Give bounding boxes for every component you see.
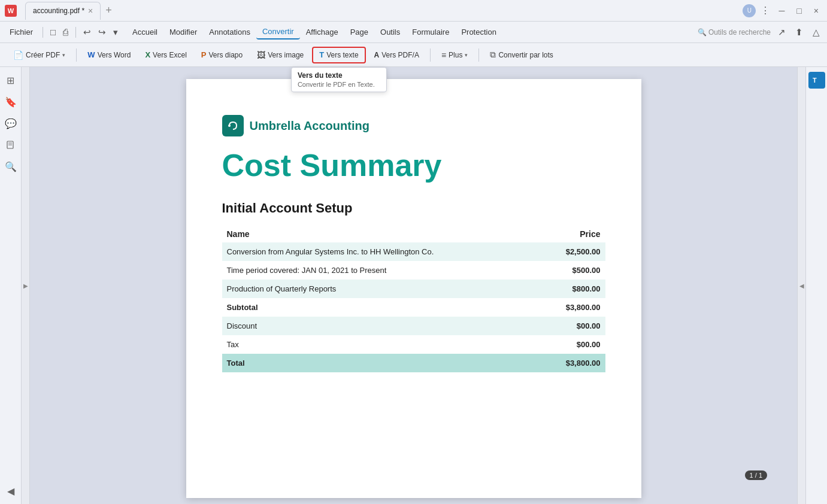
discount-value: $00.00 (540, 317, 605, 335)
translate-icon[interactable]: T (808, 72, 825, 89)
svg-text:T: T (813, 77, 817, 84)
vers-texte-button[interactable]: T Vers texte (312, 47, 365, 63)
tax-label: Tax (222, 335, 541, 354)
menu-item-outils[interactable]: Outils (374, 25, 406, 39)
row-2-price: $500.00 (540, 261, 605, 280)
creer-pdf-button[interactable]: 📄 Créer PDF ▾ (7, 47, 71, 63)
menu-left: Fichier □ ⎙ ↩ ↪ ▾ (5, 25, 120, 39)
vers-pdfa-button[interactable]: A Vers PDF/A (368, 47, 425, 63)
vers-word-icon: W (87, 50, 95, 59)
tab-label: accounting.pdf * (33, 7, 84, 15)
discount-label: Discount (222, 317, 541, 335)
row-3-price: $800.00 (540, 280, 605, 298)
tax-value: $00.00 (540, 335, 605, 354)
pdf-title: Cost Summary (222, 148, 605, 183)
menu-right: 🔍 Outils de recherche ↗ ⬆ △ (698, 26, 822, 39)
table-header-price: Price (540, 226, 605, 242)
menu-item-page[interactable]: Page (344, 25, 374, 39)
menu-expand-btn[interactable]: △ (810, 26, 822, 39)
plus-icon: ≡ (441, 50, 446, 60)
minimize-button[interactable]: ─ (775, 6, 788, 16)
vers-pdfa-label: Vers PDF/A (381, 51, 419, 59)
menu-item-convertir[interactable]: Convertir (256, 25, 300, 40)
toolbar-sep-3 (478, 48, 479, 62)
app-icon: W (5, 5, 17, 17)
convertir-lots-icon: ⧉ (490, 50, 496, 60)
more-options-btn[interactable]: ⋮ (761, 5, 770, 16)
plus-label: Plus (449, 51, 462, 59)
tooltip-description: Convertir le PDF en Texte. (298, 81, 380, 88)
collapse-handle-left[interactable]: ▶ (22, 67, 30, 504)
vers-diapo-button[interactable]: P Vers diapo (195, 47, 249, 63)
menu-icon-dropdown[interactable]: ▾ (111, 26, 120, 39)
vers-image-button[interactable]: 🖼 Vers image (251, 47, 310, 63)
vers-texte-container: T Vers texte Vers du texte Convertir le … (312, 47, 365, 63)
toolbar: 📄 Créer PDF ▾ W Vers Word X Vers Excel P… (0, 43, 827, 67)
menu-icon-print[interactable]: ⎙ (60, 26, 71, 38)
menu-item-affichage[interactable]: Affichage (300, 25, 344, 39)
table-row: Production of Quarterly Reports $800.00 (222, 280, 605, 298)
vers-image-icon: 🖼 (257, 50, 265, 60)
vers-word-label: Vers Word (98, 51, 131, 59)
page-info-overlay: 1 / 1 (745, 470, 767, 480)
right-sidebar: T (805, 67, 827, 504)
vers-diapo-label: Vers diapo (208, 51, 243, 59)
subtotal-value: $3,800.00 (540, 298, 605, 317)
table-header-name: Name (222, 226, 541, 242)
vers-excel-button[interactable]: X Vers Excel (139, 47, 192, 63)
avatar: U (743, 4, 756, 17)
tab-bar: accounting.pdf * × + (25, 2, 114, 20)
menu-upload-btn[interactable]: ⬆ (793, 26, 805, 39)
total-value: $3,800.00 (540, 354, 605, 372)
sidebar-icon-comment[interactable]: 💬 (2, 115, 19, 132)
vers-word-button[interactable]: W Vers Word (81, 47, 137, 63)
row-2-name: Time period covered: JAN 01, 2021 to Pre… (222, 261, 541, 280)
svg-point-3 (228, 125, 231, 127)
menubar: Fichier □ ⎙ ↩ ↪ ▾ Accueil Modifier Annot… (0, 22, 827, 43)
new-tab-button[interactable]: + (103, 4, 114, 17)
subtotal-label: Subtotal (222, 298, 541, 317)
menu-items: Accueil Modifier Annotations Convertir A… (126, 25, 502, 40)
sidebar-icon-bookmark[interactable]: 🔖 (2, 93, 19, 110)
right-sidebar-top: T (808, 72, 825, 89)
menu-item-modifier[interactable]: Modifier (163, 25, 203, 39)
creer-pdf-arrow: ▾ (62, 52, 65, 58)
sidebar-icon-panels[interactable]: ⊞ (2, 72, 19, 89)
vers-diapo-icon: P (201, 50, 207, 59)
restore-button[interactable]: □ (793, 6, 805, 16)
menu-file[interactable]: Fichier (5, 25, 38, 39)
menu-separator-2 (75, 27, 76, 38)
menu-separator-1 (43, 27, 43, 38)
search-tools-btn[interactable]: 🔍 Outils de recherche (698, 28, 771, 37)
menu-item-formulaire[interactable]: Formulaire (406, 25, 455, 39)
row-3-name: Production of Quarterly Reports (222, 280, 541, 298)
collapse-handle-right[interactable]: ◀ (797, 67, 805, 504)
titlebar-right: U ⋮ ─ □ × (743, 4, 822, 17)
plus-button[interactable]: ≡ Plus ▾ (435, 47, 474, 63)
tab-close-btn[interactable]: × (88, 7, 93, 15)
close-button[interactable]: × (810, 6, 822, 16)
convertir-lots-button[interactable]: ⧉ Convertir par lots (484, 47, 559, 63)
toolbar-sep-2 (430, 48, 431, 62)
titlebar-left: W accounting.pdf * × + (5, 2, 114, 20)
menu-item-accueil[interactable]: Accueil (126, 25, 163, 39)
pdf-page: Umbrella Accounting Cost Summary Initial… (186, 79, 641, 498)
menu-item-annotations[interactable]: Annotations (203, 25, 256, 39)
table-row: Time period covered: JAN 01, 2021 to Pre… (222, 261, 605, 280)
creer-pdf-icon: 📄 (13, 50, 23, 60)
titlebar: W accounting.pdf * × + U ⋮ ─ □ × (0, 0, 827, 22)
vers-texte-tooltip: Vers du texte Convertir le PDF en Texte. (291, 67, 387, 92)
pdf-logo-icon (222, 115, 244, 136)
menu-icon-undo[interactable]: ↩ (81, 26, 93, 39)
pdf-logo-row: Umbrella Accounting (222, 115, 605, 136)
sidebar-icon-pages[interactable] (2, 136, 19, 153)
pdf-section-title: Initial Account Setup (222, 201, 605, 216)
creer-pdf-label: Créer PDF (26, 51, 60, 59)
menu-item-protection[interactable]: Protection (455, 25, 502, 39)
menu-icon-redo[interactable]: ↪ (96, 26, 108, 39)
active-tab[interactable]: accounting.pdf * × (25, 2, 101, 20)
menu-icon-save[interactable]: □ (48, 26, 58, 38)
sidebar-collapse-btn[interactable]: ◀ (2, 482, 19, 499)
sidebar-icon-search[interactable]: 🔍 (2, 158, 19, 175)
menu-share-btn[interactable]: ↗ (775, 26, 788, 39)
